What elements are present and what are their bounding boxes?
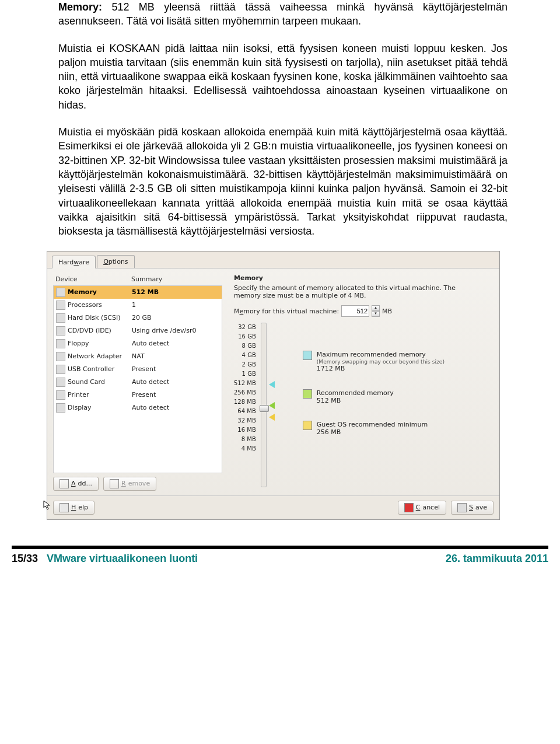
paragraph-memory-intro: Memory: 512 MB yleensä riittää tässä vai… [58, 0, 508, 29]
tab-options-mnemonic: O [103, 258, 108, 266]
tab-options[interactable]: Options [97, 255, 134, 267]
paragraph-allocation-notes: Muistia ei myöskään pidä koskaan allokoi… [58, 125, 508, 238]
dev-name: Network Adapter [68, 352, 132, 360]
table-row[interactable]: Floppy Auto detect [54, 337, 222, 350]
tick: 8 MB [234, 436, 256, 443]
tick: 4 MB [234, 445, 256, 452]
dev-name: Floppy [68, 340, 132, 347]
display-icon [56, 403, 65, 413]
col-device: Device [55, 275, 131, 283]
section-description: Specify the amount of memory allocated t… [234, 284, 473, 299]
memory-icon [56, 288, 65, 297]
marker-recommended-icon [269, 402, 275, 409]
memory-legend: Maximum recommended memory (Memory swapp… [279, 323, 444, 487]
add-mnemonic: A [71, 480, 76, 487]
table-row[interactable]: Network Adapter NAT [54, 350, 222, 363]
footer-rule [12, 546, 548, 549]
tab-hardware[interactable]: Hardware [52, 256, 96, 268]
add-button[interactable]: Add... [53, 477, 99, 491]
legend-max-title: Maximum recommended memory [317, 351, 426, 358]
page-footer: 15/33 VMware virtuaalikoneen luonti 26. … [0, 546, 560, 577]
memory-field-label: Memory for this virtual machine: [234, 308, 339, 315]
col-summary: Summary [131, 275, 162, 283]
help-button[interactable]: Help [53, 501, 94, 515]
table-row[interactable]: Processors 1 [54, 299, 222, 312]
tick: 32 GB [234, 324, 256, 331]
table-row[interactable]: Sound Card Auto detect [54, 376, 222, 389]
slider-thumb[interactable] [260, 405, 269, 412]
cd-icon [56, 326, 65, 336]
slider-markers [269, 323, 275, 487]
legend-min-title: Guest OS recommended minimum [317, 421, 428, 428]
legend-min-value: 256 MB [317, 428, 341, 436]
remove-button[interactable]: Remove [103, 477, 156, 491]
doc-title: VMware virtuaalikoneen luonti [47, 553, 198, 564]
p1-rest: 512 MB yleensä riittää tässä vaiheessa m… [58, 1, 508, 27]
table-row[interactable]: Memory 512 MB [54, 286, 222, 299]
spin-up-icon[interactable]: ▴ [372, 305, 380, 311]
save-icon [457, 503, 467, 512]
dev-summary: Auto detect [132, 404, 169, 411]
dev-summary: Auto detect [132, 340, 169, 347]
add-rest: dd... [78, 480, 92, 487]
table-row[interactable]: USB Controller Present [54, 363, 222, 376]
usb-icon [56, 365, 65, 374]
tick: 16 GB [234, 333, 256, 340]
cancel-mnemonic: C [416, 504, 421, 511]
tick: 2 GB [234, 361, 256, 368]
minus-icon [110, 479, 119, 488]
dev-name: Processors [68, 301, 132, 309]
legend-rec-value: 512 MB [317, 397, 341, 404]
save-button[interactable]: Save [451, 501, 494, 515]
cpu-icon [56, 301, 65, 310]
swatch-min-icon [303, 421, 312, 430]
table-row[interactable]: Printer Present [54, 389, 222, 401]
tick: 4 GB [234, 352, 256, 359]
tick: 1 GB [234, 371, 256, 378]
dev-name: Sound Card [68, 378, 132, 386]
legend-max-note: (Memory swapping may occur beyond this s… [317, 358, 444, 365]
dev-summary: NAT [132, 352, 145, 360]
dev-name: USB Controller [68, 365, 132, 373]
network-icon [56, 352, 65, 361]
cancel-rest: ancel [422, 504, 440, 511]
cancel-button[interactable]: Cancel [398, 501, 446, 515]
memory-spinner[interactable]: ▴ ▾ [372, 305, 380, 317]
tab-bar: Hardware Options [47, 252, 499, 268]
plus-icon [60, 479, 69, 488]
memory-tick-labels: 32 GB 16 GB 8 GB 4 GB 2 GB 1 GB 512 MB 2… [234, 323, 256, 487]
swatch-rec-icon [303, 389, 312, 399]
tick: 64 MB [234, 408, 256, 415]
dev-name: CD/DVD (IDE) [68, 327, 132, 334]
help-icon [60, 503, 69, 512]
table-row[interactable]: Hard Disk (SCSI) 20 GB [54, 312, 222, 324]
doc-date: 26. tammikuuta 2011 [446, 551, 548, 565]
disk-icon [56, 313, 65, 323]
memory-slider[interactable] [261, 323, 267, 487]
memory-label: Memory: [58, 1, 102, 13]
dev-name: Printer [68, 391, 132, 399]
remove-mnemonic: R [121, 480, 126, 487]
memory-input[interactable] [341, 305, 369, 317]
marker-min-icon [269, 414, 275, 421]
cursor-icon [43, 500, 51, 511]
page-number: 15/33 [12, 553, 38, 564]
section-title: Memory [234, 274, 494, 282]
marker-max-icon [269, 381, 275, 388]
tick: 32 MB [234, 417, 256, 424]
spin-down-icon[interactable]: ▾ [372, 311, 380, 317]
device-table[interactable]: Memory 512 MB Processors 1 Hard Disk (SC… [53, 285, 222, 473]
legend-rec-title: Recommended memory [317, 389, 394, 397]
swatch-max-icon [303, 351, 312, 360]
dev-summary: 512 MB [132, 288, 159, 296]
device-table-header: Device Summary [53, 274, 222, 284]
help-mnemonic: H [71, 504, 76, 511]
dev-name: Display [68, 404, 132, 411]
tick: 128 MB [234, 399, 256, 406]
printer-icon [56, 390, 65, 400]
help-rest: elp [78, 504, 88, 511]
table-row[interactable]: Display Auto detect [54, 401, 222, 414]
dev-summary: Using drive /dev/sr0 [132, 327, 197, 334]
save-mnemonic: S [469, 504, 473, 511]
table-row[interactable]: CD/DVD (IDE) Using drive /dev/sr0 [54, 324, 222, 337]
